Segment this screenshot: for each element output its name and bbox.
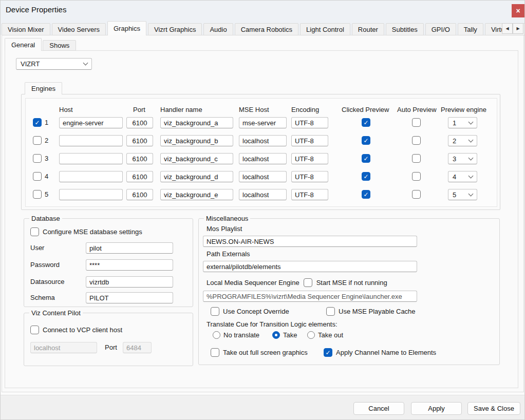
user-input[interactable] — [86, 242, 173, 254]
mos-playlist-label: Mos Playlist — [207, 225, 242, 233]
column-header-port: Port — [133, 106, 145, 113]
use-concept-checkbox[interactable] — [211, 307, 219, 316]
engine-handler-input[interactable] — [160, 135, 233, 146]
engine-mse-host-input[interactable] — [239, 189, 287, 200]
engine-handler-input[interactable] — [160, 117, 233, 128]
engine-port-input[interactable] — [126, 153, 153, 164]
subtab-general[interactable]: General — [5, 38, 42, 51]
engine-host-input[interactable] — [59, 135, 123, 146]
configure-mse-checkbox[interactable] — [30, 227, 39, 236]
engine-port-input[interactable] — [126, 171, 153, 182]
window-title: Device Properties — [6, 5, 66, 14]
radio-take-row: Take — [272, 331, 297, 339]
vcp-host-input[interactable] — [30, 342, 97, 353]
auto-preview-checkbox[interactable] — [412, 154, 421, 163]
engine-host-input[interactable] — [59, 153, 123, 164]
clicked-preview-checkbox[interactable] — [362, 136, 370, 145]
preview-engine-select[interactable]: 5 — [448, 189, 477, 200]
column-header-auto-preview: Auto Preview — [397, 106, 437, 113]
engine-handler-input[interactable] — [160, 171, 233, 182]
auto-preview-checkbox[interactable] — [412, 136, 421, 145]
preview-engine-select[interactable]: 4 — [448, 171, 477, 182]
no-translate-radio[interactable] — [213, 331, 220, 339]
engine-host-input[interactable] — [59, 171, 123, 182]
mse-launcher-path-input[interactable] — [203, 291, 417, 302]
password-input[interactable] — [86, 259, 173, 271]
tab-tally[interactable]: Tally — [458, 23, 483, 35]
auto-preview-checkbox[interactable] — [412, 118, 421, 127]
column-header-encoding: Encoding — [291, 106, 319, 113]
save-close-button[interactable]: Save & Close — [467, 402, 520, 415]
tab-vision-mixer[interactable]: Vision Mixer — [2, 23, 50, 35]
preview-engine-value: 3 — [453, 155, 456, 163]
start-mse-checkbox[interactable] — [304, 278, 312, 287]
close-button[interactable]: × — [512, 4, 524, 17]
take-out-label: Take out — [318, 331, 343, 339]
engine-port-input[interactable] — [126, 189, 153, 200]
engine-encoding-input[interactable] — [291, 189, 328, 200]
engine-row-number: 4 — [45, 173, 48, 180]
engine-encoding-input[interactable] — [291, 171, 328, 182]
tab-scroll-right-button[interactable]: ▶ — [513, 23, 523, 34]
auto-preview-checkbox[interactable] — [412, 190, 421, 199]
tab-subtitles[interactable]: Subtitles — [386, 23, 424, 35]
engine-host-input[interactable] — [59, 189, 123, 200]
miscellaneous-group: Miscellaneous Mos Playlist Path External… — [198, 218, 500, 365]
engine-host-input[interactable] — [59, 117, 123, 128]
engine-enabled-checkbox[interactable] — [33, 118, 42, 127]
engine-enabled-checkbox[interactable] — [33, 172, 42, 181]
take-radio[interactable] — [272, 331, 280, 339]
connect-vcp-checkbox[interactable] — [30, 326, 39, 334]
no-translate-label: No translate — [223, 331, 259, 339]
vcp-port-input[interactable] — [123, 342, 152, 353]
engine-mse-host-input[interactable] — [239, 171, 287, 182]
engine-encoding-input[interactable] — [291, 135, 328, 146]
engine-enabled-checkbox[interactable] — [33, 154, 42, 163]
engine-encoding-input[interactable] — [291, 117, 328, 128]
schema-input[interactable] — [86, 292, 173, 303]
clicked-preview-checkbox[interactable] — [362, 172, 370, 181]
take-out-radio[interactable] — [307, 331, 315, 339]
path-externals-input[interactable] — [203, 261, 417, 272]
tab-video-servers[interactable]: Video Servers — [52, 23, 106, 35]
takeout-fullscreen-checkbox[interactable] — [211, 348, 219, 357]
engine-enabled-checkbox[interactable] — [33, 190, 42, 199]
engine-handler-input[interactable] — [160, 153, 233, 164]
renderer-select[interactable]: VIZRT — [16, 58, 92, 70]
preview-engine-select[interactable]: 1 — [448, 117, 477, 128]
tab-camera-robotics[interactable]: Camera Robotics — [235, 23, 298, 35]
clicked-preview-checkbox[interactable] — [362, 118, 370, 127]
engine-mse-host-input[interactable] — [239, 153, 287, 164]
chevron-down-icon — [83, 61, 88, 66]
preview-engine-select[interactable]: 2 — [448, 135, 477, 146]
datasource-input[interactable] — [86, 276, 173, 288]
apply-channel-checkbox[interactable] — [324, 348, 332, 357]
clicked-preview-checkbox[interactable] — [362, 154, 370, 163]
tab-vizrt-graphics[interactable]: Vizrt Graphics — [148, 23, 202, 35]
engine-port-input[interactable] — [126, 117, 153, 128]
tab-scroll-left-button[interactable]: ◀ — [502, 23, 513, 34]
tab-graphics[interactable]: Graphics — [107, 21, 146, 35]
subtab-shows[interactable]: Shows — [43, 40, 76, 51]
engine-mse-host-input[interactable] — [239, 117, 287, 128]
engine-encoding-input[interactable] — [291, 153, 328, 164]
tab-gpio[interactable]: GPI/O — [425, 23, 456, 35]
engine-row-number: 2 — [45, 137, 48, 144]
tab-engines[interactable]: Engines — [25, 82, 62, 94]
apply-channel-row: Apply Channel Name to Elements — [324, 348, 436, 357]
auto-preview-checkbox[interactable] — [412, 172, 421, 181]
use-cache-checkbox[interactable] — [326, 307, 335, 316]
preview-engine-select[interactable]: 3 — [448, 153, 477, 164]
tab-audio[interactable]: Audio — [203, 23, 233, 35]
engine-mse-host-input[interactable] — [239, 135, 287, 146]
path-externals-label: Path Externals — [207, 250, 250, 258]
engine-port-input[interactable] — [126, 135, 153, 146]
engine-enabled-checkbox[interactable] — [33, 136, 42, 145]
mos-playlist-input[interactable] — [203, 236, 417, 247]
engine-handler-input[interactable] — [160, 189, 233, 200]
clicked-preview-checkbox[interactable] — [362, 190, 370, 199]
cancel-button[interactable]: Cancel — [353, 402, 404, 415]
tab-light-control[interactable]: Light Control — [300, 23, 350, 35]
tab-router[interactable]: Router — [352, 23, 384, 35]
apply-button[interactable]: Apply — [411, 402, 462, 415]
